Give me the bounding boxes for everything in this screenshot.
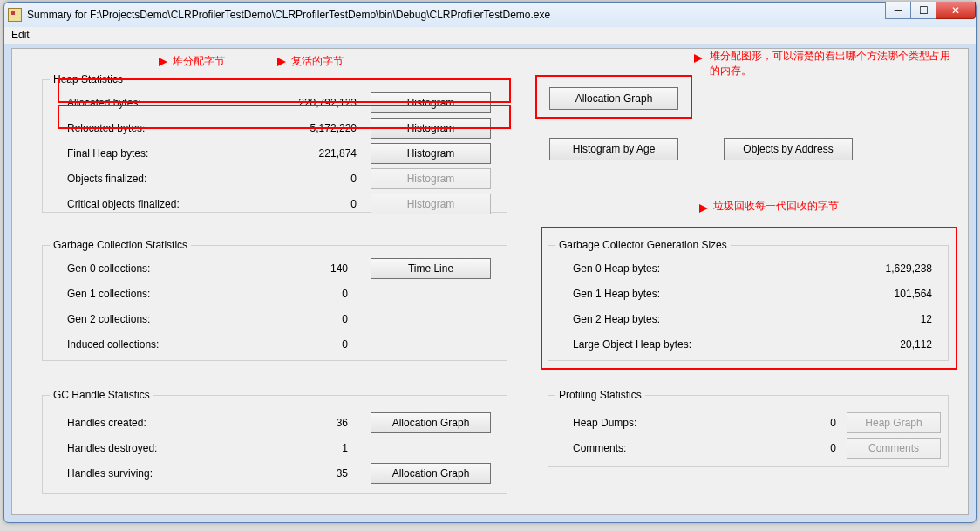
prof-legend: Profiling Statistics (555, 389, 645, 401)
gen-row-value: 12 (836, 313, 932, 325)
heap-row-label: Allocated bytes: (67, 97, 141, 109)
gc-row-label: Induced collections: (67, 338, 159, 351)
arrow-icon (277, 58, 286, 66)
arrow-icon (694, 54, 703, 63)
handle-row-label: Handles destroyed: (67, 442, 157, 454)
heap-legend: Heap Statistics (50, 73, 126, 85)
gc-row-value: 0 (287, 313, 348, 325)
window-title: Summary for F:\ProjectsDemo\CLRProfilerT… (27, 9, 550, 21)
allocation-graph-button[interactable]: Allocation Graph (371, 412, 491, 433)
prof-row-value: 0 (784, 442, 836, 454)
comments-button: Comments (847, 438, 941, 459)
title-bar[interactable]: Summary for F:\ProjectsDemo\CLRProfilerT… (4, 3, 976, 27)
gen-row-value: 101,564 (836, 288, 932, 300)
gen-legend: Garbage Collector Generation Sizes (555, 239, 731, 251)
gc-row-value: 0 (287, 288, 348, 300)
annotation-relocated-bytes: 复活的字节 (291, 54, 344, 69)
close-button[interactable]: ✕ (936, 2, 976, 19)
handle-row-value: 36 (287, 417, 348, 429)
client-area: Heap Statistics Allocated bytes: 220,792… (11, 48, 969, 515)
heap-row-label: Critical objects finalized: (67, 198, 180, 210)
gc-row-label: Gen 2 collections: (67, 313, 150, 325)
gen-row-label: Gen 0 Heap bytes: (573, 262, 660, 275)
allocation-graph-button[interactable]: Allocation Graph (371, 463, 491, 484)
handle-row-value: 1 (287, 442, 348, 454)
gc-row-value: 140 (287, 262, 348, 275)
gc-row-label: Gen 0 collections: (67, 262, 150, 275)
histogram-button[interactable]: Histogram (371, 118, 491, 139)
menu-edit[interactable]: Edit (11, 29, 30, 41)
window-frame: Summary for F:\ProjectsDemo\CLRProfilerT… (3, 2, 977, 523)
handle-row-label: Handles surviving: (67, 467, 153, 480)
histogram-button: Histogram (371, 168, 491, 189)
group-profiling-statistics: Profiling Statistics Heap Dumps: 0 Heap … (548, 389, 949, 467)
prof-row-label: Heap Dumps: (573, 417, 636, 429)
gen-row-value: 20,112 (836, 338, 932, 351)
histogram-button[interactable]: Histogram (371, 143, 491, 164)
heap-graph-button: Heap Graph (847, 412, 941, 433)
group-gc-statistics: Garbage Collection Statistics Gen 0 coll… (42, 239, 507, 361)
gen-row-label: Gen 1 Heap bytes: (573, 288, 660, 300)
heap-row-value: 5,172,220 (261, 122, 357, 134)
arrow-icon (699, 204, 708, 213)
group-handle-statistics: GC Handle Statistics Handles created: 36… (42, 389, 507, 494)
time-line-button[interactable]: Time Line (371, 258, 491, 279)
heap-row-label: Objects finalized: (67, 173, 146, 185)
handle-row-value: 35 (287, 467, 348, 480)
gen-row-label: Large Object Heap bytes: (573, 338, 691, 351)
prof-row-label: Comments: (573, 442, 626, 454)
histogram-button[interactable]: Histogram (371, 92, 491, 113)
arrow-icon (159, 58, 167, 66)
histogram-by-age-button[interactable]: Histogram by Age (549, 138, 678, 160)
group-gen-sizes: Garbage Collector Generation Sizes Gen 0… (548, 239, 949, 361)
handle-legend: GC Handle Statistics (50, 389, 153, 401)
heap-row-value: 221,874 (261, 147, 357, 160)
gen-row-label: Gen 2 Heap bytes: (573, 313, 660, 325)
maximize-button[interactable]: ☐ (910, 2, 936, 19)
objects-by-address-button[interactable]: Objects by Address (724, 138, 853, 160)
prof-row-value: 0 (784, 417, 836, 429)
group-heap-statistics: Heap Statistics Allocated bytes: 220,792… (42, 73, 507, 213)
annotation-alloc-bytes: 堆分配字节 (173, 54, 225, 69)
window-controls: ─ ☐ ✕ (886, 2, 976, 19)
menu-bar: Edit (4, 27, 976, 44)
heap-row-label: Relocated bytes: (67, 122, 145, 134)
heap-row-label: Final Heap bytes: (67, 147, 148, 160)
allocation-graph-button[interactable]: Allocation Graph (549, 87, 678, 110)
annotation-alloc-graph: 堆分配图形，可以清楚的看出哪个方法哪个类型占用的内存。 (710, 49, 954, 78)
gc-row-value: 0 (287, 338, 348, 351)
gc-row-label: Gen 1 collections: (67, 288, 150, 300)
histogram-button: Histogram (371, 194, 491, 214)
gen-row-value: 1,629,238 (836, 262, 932, 275)
heap-row-value: 220,792,123 (261, 97, 357, 109)
heap-row-value: 0 (261, 173, 357, 185)
annotation-gen-sizes: 垃圾回收每一代回收的字节 (713, 199, 839, 214)
minimize-button[interactable]: ─ (885, 2, 911, 19)
handle-row-label: Handles created: (67, 417, 146, 429)
app-icon (8, 8, 22, 22)
gc-legend: Garbage Collection Statistics (50, 239, 191, 251)
heap-row-value: 0 (261, 198, 357, 210)
